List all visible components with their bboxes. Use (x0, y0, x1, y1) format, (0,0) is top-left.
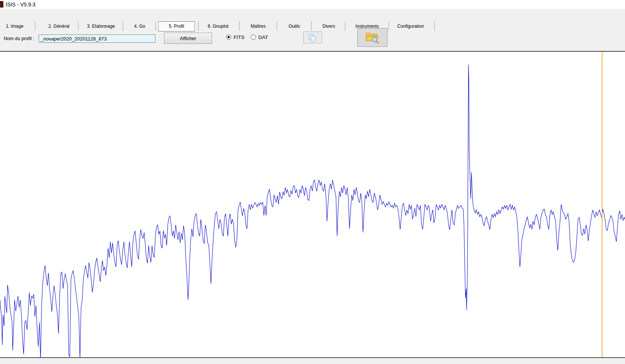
tab-3-etalonnage[interactable]: 3. Etalonnage (87, 24, 115, 29)
profile-name-input[interactable] (39, 34, 155, 43)
app-icon (0, 1, 3, 7)
tab-separator (239, 21, 239, 31)
radio-label-dat: DAT (258, 34, 268, 40)
format-option-dat[interactable]: DAT (251, 34, 268, 40)
format-option-fits[interactable]: FITS (226, 34, 244, 40)
tab-separator (155, 21, 156, 31)
tab-6-gnuplot[interactable]: 6. Gnuplot (208, 24, 228, 29)
tab-separator (198, 21, 199, 31)
copy-icon (309, 34, 317, 42)
profile-plot[interactable] (0, 51, 625, 358)
tab-separator (311, 21, 312, 31)
profile-name-label: Nom du profil : (4, 36, 34, 41)
copy-button[interactable] (303, 31, 322, 43)
app-header: ISIS - V5.9.3 1. Image2. Général3. Etalo… (0, 0, 625, 51)
radio-fits-selected[interactable] (226, 34, 231, 40)
tab-separator (123, 21, 123, 31)
browse-profile-button[interactable] (357, 28, 387, 47)
tab-divers[interactable]: Divers (322, 24, 335, 29)
tab-1-image[interactable]: 1. Image (6, 24, 24, 29)
tab-outils[interactable]: Outils (289, 24, 300, 29)
window-title: ISIS - V5.9.3 (6, 1, 35, 7)
tab-separator (345, 21, 345, 31)
radio-dat[interactable] (251, 34, 256, 40)
title-bar: ISIS - V5.9.3 (0, 0, 625, 9)
tab-separator (277, 21, 277, 31)
tab-separator (434, 21, 435, 31)
radio-label-fits: FITS (233, 34, 244, 40)
format-radio-group: FITSDAT (226, 34, 274, 40)
tab-5-profil[interactable]: 5. Profil (158, 21, 195, 31)
tab-configuration[interactable]: Configuration (397, 24, 424, 29)
status-bar (0, 358, 625, 364)
tab-separator (389, 21, 389, 31)
afficher-button[interactable]: Afficher (164, 33, 212, 44)
tab-maitres[interactable]: Maîtres (251, 24, 266, 29)
tab-separator (35, 21, 35, 31)
tab-separator (78, 21, 78, 31)
spectrum-trace (0, 64, 625, 357)
tab-bar: 1. Image2. Général3. Etalonnage4. Go5. P… (0, 9, 625, 25)
folder-search-icon (365, 31, 380, 44)
tab-2-general[interactable]: 2. Général (48, 24, 69, 29)
tab-4-go[interactable]: 4. Go (134, 24, 145, 29)
